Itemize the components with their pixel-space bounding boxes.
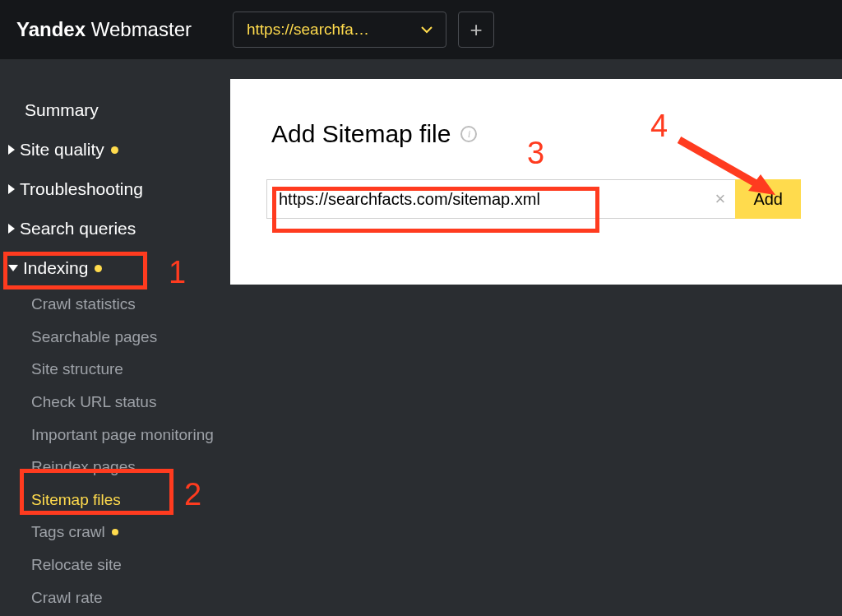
site-selector-value: https://searchfa… [247,21,369,39]
status-dot-icon [111,146,118,154]
sidebar-sub-sitemap-files[interactable]: Sitemap files [0,484,230,516]
input-wrap: × [266,179,735,219]
caret-down-icon [8,265,18,271]
sidebar-item-search-queries[interactable]: Search queries [0,209,230,248]
status-dot-icon [112,529,118,535]
add-site-button[interactable]: + [458,12,494,48]
sidebar-item-indexing[interactable]: Indexing [0,248,230,288]
sidebar-sub-reindex-pages[interactable]: Reindex pages [0,451,230,484]
sidebar-sub-site-structure[interactable]: Site structure [0,353,230,386]
sidebar-sub-label: Reindex pages [31,456,136,478]
caret-right-icon [8,224,15,234]
sidebar-sub-label: Searchable pages [31,327,157,348]
status-dot-icon [95,265,102,272]
main-content: Add Sitemap file i × Add [230,59,842,616]
sidebar-sub-label: Sitemap files [31,489,121,511]
app-logo: Yandex Webmaster [16,18,192,41]
sidebar-sub-important-page-monitoring[interactable]: Important page monitoring [0,419,230,452]
plus-icon: + [470,17,482,43]
panel-title-text: Add Sitemap file [271,120,451,148]
sidebar-sub-label: Crawl statistics [31,294,136,315]
sidebar-sub-label: Check URL status [31,391,156,413]
sidebar-sub-crawl-rate[interactable]: Crawl rate [0,581,230,614]
sidebar-sub-label: Site structure [31,359,123,380]
sidebar-item-label: Indexing [23,258,88,278]
sidebar-sub-label: Relocate site [31,554,122,576]
sidebar-item-label: Troubleshooting [20,179,143,199]
site-selector[interactable]: https://searchfa… [233,12,446,48]
clear-icon[interactable]: × [715,190,726,208]
sidebar: Summary Site quality Troubleshooting Sea… [0,59,230,616]
chevron-down-icon [421,23,433,36]
sidebar-sub-relocate-site[interactable]: Relocate site [0,549,230,581]
sidebar-sub-check-url-status[interactable]: Check URL status [0,386,230,419]
sidebar-item-summary[interactable]: Summary [0,90,230,130]
sidebar-sub-label: Important page monitoring [31,424,214,446]
sidebar-item-label: Summary [25,100,99,120]
sidebar-item-label: Search queries [20,219,136,239]
caret-right-icon [8,184,15,194]
sidebar-item-troubleshooting[interactable]: Troubleshooting [0,169,230,209]
add-sitemap-panel: Add Sitemap file i × Add [230,79,842,285]
caret-right-icon [8,145,15,155]
add-button[interactable]: Add [735,179,801,219]
sitemap-input-row: × Add [266,179,801,219]
sidebar-item-label: Site quality [20,140,104,160]
sidebar-item-site-quality[interactable]: Site quality [0,130,230,169]
app-header: Yandex Webmaster https://searchfa… + [0,0,842,59]
add-button-label: Add [753,190,783,208]
sidebar-sub-label: Crawl rate [31,587,103,609]
sidebar-sub-label: Tags crawl [31,521,105,543]
panel-title: Add Sitemap file i [271,120,801,148]
logo-bold: Yandex [16,18,86,40]
sitemap-url-input[interactable] [266,179,735,219]
sidebar-sub-crawl-statistics[interactable]: Crawl statistics [0,288,230,321]
sidebar-sub-searchable-pages[interactable]: Searchable pages [0,321,230,354]
logo-light: Webmaster [86,18,192,40]
info-icon[interactable]: i [460,126,477,142]
sidebar-sub-tags-crawl[interactable]: Tags crawl [0,516,230,549]
